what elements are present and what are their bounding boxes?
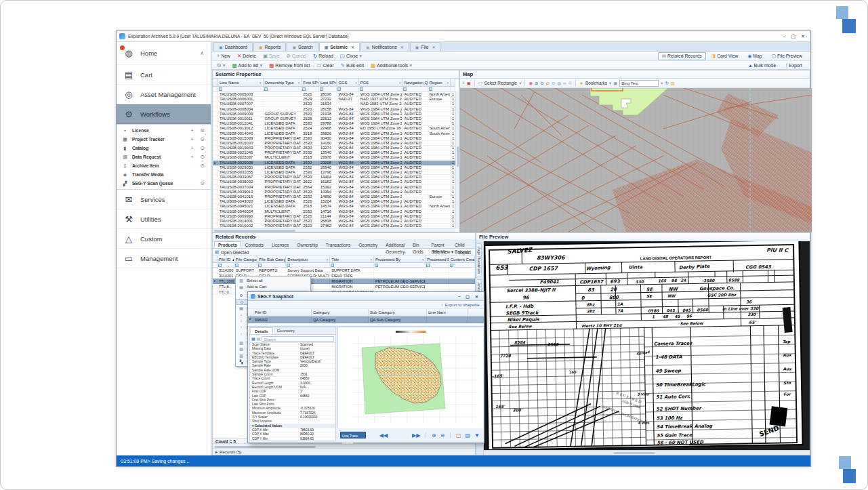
close-button[interactable]: ✕ — [801, 34, 805, 39]
zoom-out-icon[interactable]: ⊖ — [540, 81, 543, 86]
filter-box-icon[interactable] — [337, 87, 341, 91]
table-row[interactable]: TALUS08-0006001252427232NAD-27NAD 1927 U… — [213, 97, 455, 102]
delete-button[interactable]: ✕Delete — [234, 52, 259, 60]
table-row[interactable]: TALUS08-0045021LICENSED DATA251814574WGS… — [213, 204, 455, 209]
table-row[interactable]: TALUS08-0022037MULTICLIENT251823978WGS-8… — [213, 155, 455, 160]
sidebar-item-catalog[interactable]: ▮Catalog+⊙ — [117, 144, 211, 152]
new-button[interactable]: +New — [214, 52, 233, 60]
sidebar-item-services[interactable]: ✉Services — [117, 190, 211, 209]
open-selected-button[interactable]: Open selected — [221, 250, 249, 255]
table-row[interactable]: 3114200SUPPORTREPORTSSurvey Support Data… — [213, 268, 475, 273]
dropdown-icon[interactable]: ▾ — [609, 81, 611, 86]
related-tab-products[interactable]: Products — [214, 241, 241, 248]
column-header-content-creat[interactable]: Content Creat▾ — [449, 256, 475, 262]
table-row[interactable]: TALUS08-0015039PROPRIETARY DATA253030430… — [213, 136, 455, 141]
column-header-row-indicator[interactable] — [213, 79, 218, 86]
cancel-button[interactable]: ⊘Cancel — [284, 52, 309, 60]
table-row[interactable]: TALUS08-0013012LICENSED DATA252422468WGS… — [213, 126, 455, 131]
filter-icon[interactable]: ▾ — [399, 81, 401, 85]
column-header-file-id[interactable]: File ID ▲▾ — [218, 256, 234, 262]
table-row[interactable]: TALUS08-0035032PROPRIETARY DATA252215162… — [213, 180, 455, 184]
bulk-edit-button[interactable]: ✎Bulk edit — [338, 62, 367, 69]
add-to-list-button[interactable]: ▦Add to list▾ — [230, 62, 266, 69]
filter-icon[interactable]: ▾ — [327, 258, 329, 262]
add-icon[interactable]: + — [189, 145, 195, 151]
table-row[interactable]: TALUS08-0008004252028158WGS-84WGS 1984 U… — [213, 107, 455, 112]
filter-box-icon[interactable] — [218, 264, 222, 267]
add-icon[interactable]: + — [189, 127, 195, 134]
table-row[interactable]: TALUS08-0019043PROPRIETARY DATA253013274… — [213, 146, 455, 150]
filter-box-icon[interactable] — [302, 87, 306, 91]
filter-box-icon[interactable] — [258, 264, 262, 267]
export-button[interactable]: ↑Export — [781, 62, 806, 69]
filter-cell[interactable] — [374, 263, 426, 267]
filter-cell[interactable] — [319, 87, 337, 91]
column-header-gcs[interactable]: GCS▾ — [337, 79, 358, 86]
filter-cell[interactable] — [359, 87, 403, 91]
filter-cell[interactable] — [451, 87, 455, 91]
sidebar-item-management[interactable]: ▭Management — [117, 249, 211, 268]
seismic-grid[interactable]: Line Name▾Ownership Type▾First SP▾Last S… — [213, 79, 455, 228]
search-icon[interactable]: ⊙ — [199, 136, 205, 142]
dropdown-icon[interactable]: ▾ — [661, 81, 663, 86]
select-rectangle-tool[interactable]: Select Rectangle — [484, 81, 517, 85]
filter-box-icon[interactable] — [429, 87, 432, 91]
close-button[interactable]: ▢Close▾ — [337, 52, 365, 60]
filter-cell[interactable] — [257, 263, 286, 267]
filter-cell[interactable] — [426, 263, 449, 267]
preview-zoom-out-icon[interactable]: ⊖ — [440, 432, 445, 438]
add-icon[interactable]: + — [462, 81, 465, 85]
filter-cell[interactable] — [428, 87, 451, 91]
filter-cell[interactable] — [286, 263, 330, 267]
tab-page-thumbnails[interactable]: Page Thumbnails — [477, 243, 482, 277]
list-icon[interactable]: ▤ — [257, 336, 261, 341]
filter-box-icon[interactable] — [219, 87, 222, 91]
related-tab-transactions[interactable]: Transactions — [322, 241, 354, 248]
table-row[interactable]: TALUS08-0041016PROPRIETARY DATA253014890… — [213, 195, 455, 199]
layer-export-icon[interactable]: ▥ — [671, 81, 675, 86]
table-row[interactable]: TALUS08-0037034PROPRIETARY DATA256415392… — [213, 185, 455, 190]
card-view-button[interactable]: ◨Card View — [707, 52, 743, 60]
preview-frame-icon[interactable]: ▢ — [456, 432, 461, 438]
seismic-vscrollbar[interactable] — [455, 91, 459, 228]
column-header-title[interactable]: Title▾ — [330, 256, 374, 262]
filter-box-icon[interactable] — [320, 87, 323, 91]
seismic-hscrollbar[interactable] — [213, 228, 455, 232]
filter-box-icon[interactable] — [235, 264, 239, 267]
print-icon[interactable]: ▤ — [466, 432, 471, 438]
filter-icon[interactable]: ▾ — [298, 81, 300, 85]
preview-zoom-in-icon[interactable]: ⊕ — [432, 432, 436, 438]
column-header-category[interactable]: Category — [312, 309, 369, 316]
tab-seismic[interactable]: ▣Seismic✕ — [319, 42, 360, 51]
sidebar-item-utilities[interactable]: ⚒Utilities — [117, 209, 211, 229]
filter-cell[interactable] — [302, 87, 319, 91]
filter-cell[interactable] — [402, 87, 428, 91]
basemap-select[interactable]: Bing Test — [619, 80, 659, 87]
file-view-button[interactable]: File View ▾ — [433, 249, 454, 255]
column-header-processed-da[interactable]: Processed Da▾ — [426, 256, 449, 262]
search-icon[interactable]: ⊙ — [199, 180, 205, 186]
filter-box-icon[interactable] — [264, 87, 268, 91]
related-tab-additional-geometry-sets[interactable]: Additional Geometry Sets — [381, 241, 409, 248]
column-header-line-nam[interactable]: Line Nam — [427, 309, 468, 316]
table-row[interactable]: TALUS08-0031055LICENSED DATA253013796WGS… — [213, 170, 455, 175]
column-header-description[interactable]: Description▾ — [286, 256, 330, 262]
property-search-input[interactable]: Search — [262, 336, 334, 342]
trace-display-select[interactable]: Line Trace Outline — [340, 432, 366, 438]
additional-tools-button[interactable]: ▩Additional tools▾ — [368, 62, 415, 69]
sidebar-item-home[interactable]: ◍Home∧ — [117, 42, 211, 65]
related-tab-parent-seismic[interactable]: Parent Seismic — [428, 241, 451, 248]
clear-button[interactable]: ▭Clear — [314, 62, 336, 69]
first-trace-button[interactable]: ◀◀ — [379, 432, 388, 438]
remove-icon[interactable]: ▣ — [467, 81, 471, 86]
filter-cell[interactable] — [234, 263, 257, 267]
search-icon[interactable]: ⊙ — [199, 154, 205, 160]
related-tab-bin-grids[interactable]: Bin Grids — [409, 241, 427, 248]
sidebar-item-archive-item[interactable]: ▯Archive Item⊙ — [117, 161, 211, 170]
filter-box-icon[interactable] — [360, 87, 363, 91]
table-row[interactable]: TALUS08-0005003252628036WGS-84WGS 1984 U… — [213, 92, 455, 97]
bookmarks-button[interactable]: Bookmarks — [585, 81, 607, 85]
add-icon[interactable]: + — [189, 154, 195, 160]
layout-icon[interactable]: ▦ — [251, 336, 255, 341]
map-canvas[interactable] — [460, 88, 812, 232]
